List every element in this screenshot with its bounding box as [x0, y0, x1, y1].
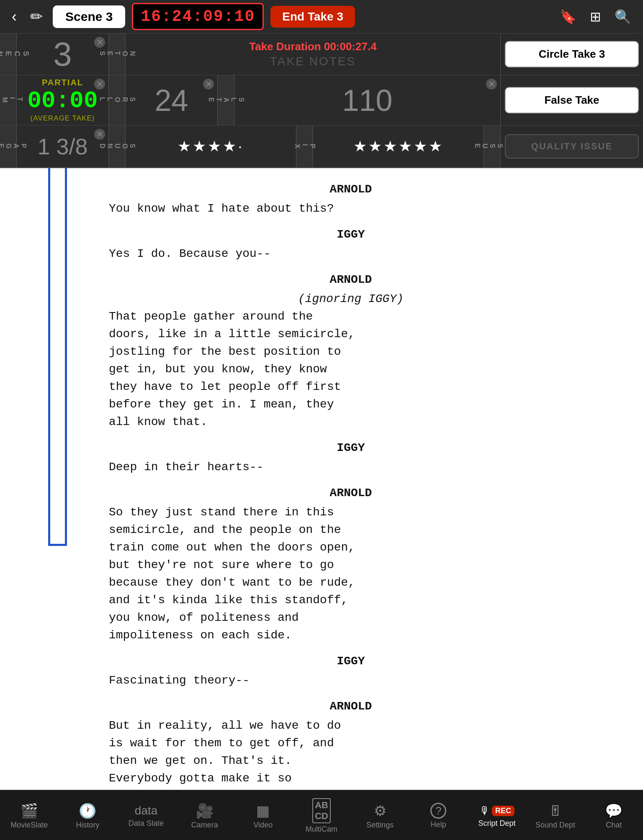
timer-display: 16:24:09:10 — [132, 3, 264, 30]
history-label: History — [76, 821, 99, 830]
nav-camera[interactable]: 🎥 Camera — [175, 790, 234, 840]
nav-chat[interactable]: 💬 Chat — [584, 790, 643, 840]
dialogue-text: Fascinating theory-- — [109, 672, 618, 689]
circle-take-button[interactable]: Circle Take 3 — [505, 41, 639, 67]
script-dept-label: Script Dept — [478, 819, 515, 828]
time-label: TIME — [0, 75, 17, 125]
time-value-cell[interactable]: PARTIAL 00:00 (AVERAGE TAKE) ✕ — [17, 75, 109, 125]
controls-row-1: SCENE 3 ✕ NOTES Take Duration 00:00:27.4… — [0, 33, 643, 75]
scene-selector[interactable]: Scene 3 — [53, 5, 125, 28]
scene-number-cell[interactable]: 3 ✕ — [17, 33, 109, 75]
blue-line-right — [65, 168, 67, 545]
bookmark-button[interactable]: 🔖 — [556, 5, 580, 28]
sound-label: SOUND — [109, 125, 126, 167]
dialogue-text: Yes I do. Because you-- — [109, 245, 618, 263]
slate-clear-button[interactable]: ✕ — [486, 79, 497, 90]
time-clear-button[interactable]: ✕ — [94, 79, 105, 90]
scroll-clear-button[interactable]: ✕ — [203, 79, 214, 90]
nav-multicam[interactable]: ABCD MultiCam — [292, 790, 351, 840]
circle-take-cell: Circle Take 3 — [501, 33, 643, 75]
pix-label: PIX — [296, 125, 313, 167]
slate-label: SLATE — [218, 75, 234, 125]
scene-clear-button[interactable]: ✕ — [94, 37, 105, 48]
controls-grid: SCENE 3 ✕ NOTES Take Duration 00:00:27.4… — [0, 33, 643, 168]
nav-help[interactable]: ? Help — [409, 790, 468, 840]
video-icon: ▦ — [256, 802, 270, 819]
nav-sound-dept[interactable]: 🎚 Sound Dept — [526, 790, 585, 840]
sound-stars-cell[interactable]: ★★★★· — [126, 125, 296, 167]
chat-label: Chat — [606, 821, 622, 830]
avg-take-label: (AVERAGE TAKE) — [31, 114, 95, 123]
scroll-value-cell[interactable]: 24 ✕ — [126, 75, 218, 125]
script-dept-icon: 🎙 — [479, 804, 490, 817]
pix-stars: ★★★★★★ — [353, 138, 444, 155]
take-info-cell[interactable]: Take Duration 00:00:27.4 TAKE NOTES — [126, 33, 501, 75]
end-take-button[interactable]: End Take 3 — [270, 6, 355, 28]
camera-icon: 🎥 — [196, 802, 213, 819]
scroll-label: SROLL — [109, 75, 126, 125]
nav-video[interactable]: ▦ Video — [234, 790, 293, 840]
dialogue-text: So they just stand there in this semicir… — [109, 504, 618, 644]
scroll-value: 24 — [154, 83, 188, 118]
movieslate-icon: 🎬 — [21, 802, 38, 819]
back-button[interactable]: ‹ — [8, 5, 20, 29]
search-button[interactable]: 🔍 — [611, 5, 635, 28]
character-name: IGGY — [84, 439, 618, 457]
script-block-1: ARNOLD You know what I hate about this? — [84, 181, 618, 218]
edit-button[interactable]: ✏ — [27, 5, 46, 29]
quality-issue-cell: QUALITY ISSUE — [501, 125, 643, 167]
false-take-cell: False Take — [501, 75, 643, 125]
pages-value: 1 3/8 — [37, 133, 87, 159]
pages-label: PAGES — [0, 125, 17, 167]
pages-clear-button[interactable]: ✕ — [94, 129, 105, 140]
grid-view-button[interactable]: ⊞ — [586, 5, 604, 28]
character-name: ARNOLD — [84, 484, 618, 502]
blue-line-left — [48, 168, 50, 545]
character-name: IGGY — [84, 226, 618, 243]
video-label: Video — [254, 821, 273, 830]
script-block-7: ARNOLD But in reality, all we have to do… — [84, 698, 618, 805]
controls-row-3: PAGES 1 3/8 ✕ SOUND ★★★★· PIX ★★★★★★ ISS… — [0, 125, 643, 167]
blue-tick — [48, 544, 67, 546]
sound-dept-icon: 🎚 — [548, 803, 563, 819]
script-block-5: ARNOLD So they just stand there in this … — [84, 484, 618, 644]
script-block-2: IGGY Yes I do. Because you-- — [84, 226, 618, 263]
character-name: IGGY — [84, 653, 618, 670]
character-name: ARNOLD — [84, 271, 618, 289]
top-navigation: ‹ ✏ Scene 3 16:24:09:10 End Take 3 🔖 ⊞ 🔍 — [0, 0, 643, 33]
nav-history[interactable]: 🕐 History — [59, 790, 117, 840]
nav-settings[interactable]: ⚙ Settings — [351, 790, 409, 840]
movieslate-label: MovieSlate — [10, 821, 48, 830]
multicam-label: MultiCam — [306, 825, 337, 834]
nav-data-slate[interactable]: data Data Slate — [117, 790, 175, 840]
dialogue-text: You know what I hate about this? — [109, 200, 618, 218]
scene-number: 3 — [53, 35, 72, 74]
dialogue-text: Deep in their hearts-- — [109, 458, 618, 476]
controls-row-2: TIME PARTIAL 00:00 (AVERAGE TAKE) ✕ SROL… — [0, 75, 643, 125]
dialogue-text: That people gather around the doors, lik… — [109, 308, 618, 431]
stage-direction: (ignoring IGGY) — [84, 290, 618, 308]
history-icon: 🕐 — [79, 802, 96, 819]
chat-icon: 💬 — [605, 802, 622, 819]
data-slate-label: Data Slate — [129, 819, 164, 828]
multicam-icon: ABCD — [312, 798, 331, 823]
script-block-6: IGGY Fascinating theory-- — [84, 653, 618, 689]
help-icon: ? — [430, 803, 446, 819]
sound-dept-label: Sound Dept — [535, 821, 575, 830]
take-notes-text: TAKE NOTES — [270, 55, 356, 68]
false-take-button[interactable]: False Take — [505, 87, 639, 113]
nav-script-dept[interactable]: 🎙 REC Script Dept — [468, 790, 526, 840]
slate-value-cell[interactable]: 110 ✕ — [234, 75, 501, 125]
take-duration: Take Duration 00:00:27.4 — [249, 40, 376, 53]
pix-stars-cell[interactable]: ★★★★★★ — [313, 125, 484, 167]
character-name: ARNOLD — [84, 698, 618, 715]
pages-value-cell[interactable]: 1 3/8 ✕ — [17, 125, 109, 167]
quality-issue-button[interactable]: QUALITY ISSUE — [505, 134, 639, 159]
rec-badge: REC — [492, 806, 514, 816]
scene-label: SCENE — [0, 33, 17, 75]
time-value: 00:00 — [27, 87, 98, 114]
nav-movieslate[interactable]: 🎬 MovieSlate — [0, 790, 59, 840]
character-name: ARNOLD — [84, 181, 618, 198]
script-block-4: IGGY Deep in their hearts-- — [84, 439, 618, 476]
settings-icon: ⚙ — [374, 802, 386, 819]
